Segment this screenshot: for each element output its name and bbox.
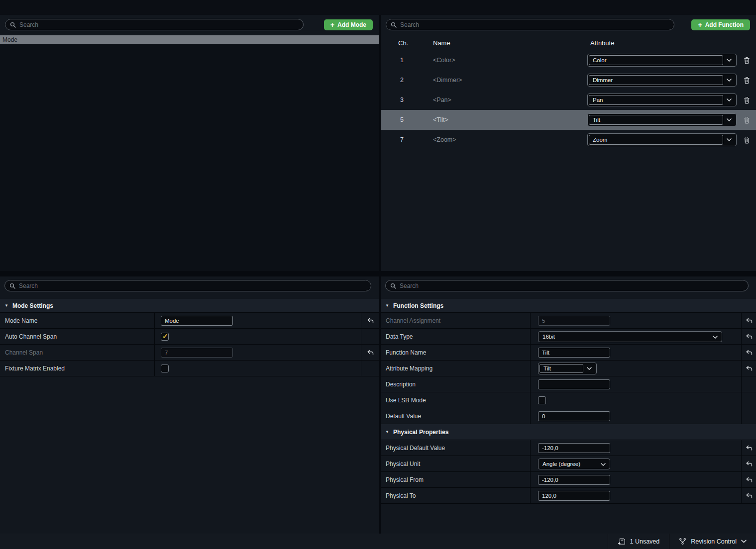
chevron-down-icon [723,79,735,82]
chevron-down-icon [723,59,735,62]
attribute-dropdown[interactable]: Dimmer [587,74,737,87]
chevron-down-icon [723,118,735,121]
functions-toolbar: + Add Function [386,19,750,30]
function-name: <Zoom> [433,136,587,143]
physical-default-value-input[interactable] [538,443,610,453]
default-value-input[interactable] [538,411,610,421]
attribute-value: Tilt [589,115,723,125]
delete-function-button[interactable] [738,116,756,124]
column-header-channel: Ch. [398,39,433,47]
attribute-mapping-value: Tilt [540,364,583,373]
prop-label: Function Name [381,345,530,360]
attribute-mapping-dropdown[interactable]: Tilt [538,363,597,374]
delete-function-button[interactable] [738,96,756,104]
reset-to-default-button[interactable] [741,345,756,360]
channel-span-row: Channel Span [0,345,379,361]
window-top-strip [0,0,756,15]
plus-icon: + [330,21,334,28]
function-name-input[interactable] [538,348,610,358]
function-row[interactable]: 7 <Zoom> Zoom [381,130,756,150]
add-mode-label: Add Mode [337,21,366,28]
reset-to-default-button[interactable] [741,488,756,503]
data-type-row: Data Type 16bit [381,329,756,345]
function-settings-search-box[interactable] [385,280,749,291]
mode-settings-search-box[interactable] [4,280,371,291]
delete-function-button[interactable] [738,57,756,64]
fixture-matrix-checkbox[interactable] [161,365,169,372]
auto-channel-span-checkbox[interactable] [161,333,169,341]
physical-from-input[interactable] [538,475,610,485]
function-name-row: Function Name [381,345,756,361]
mode-name-input[interactable] [161,316,233,326]
save-icon [618,538,626,546]
reset-to-default-button[interactable] [741,472,756,487]
description-row: Description [381,376,756,392]
undo-icon [367,350,374,356]
channel-assignment-input [538,316,610,326]
delete-function-button[interactable] [738,77,756,84]
reset-to-default-button[interactable] [741,440,756,456]
function-settings-section-header[interactable]: ▼ Function Settings [381,299,756,313]
undo-icon [746,350,753,356]
attribute-dropdown[interactable]: Tilt [587,113,737,126]
mode-settings-panel: ▼ Mode Settings Mode Name Auto Channel S… [0,276,379,534]
channel-number: 1 [398,57,433,64]
mode-settings-search [4,280,371,291]
undo-icon [746,477,753,483]
mode-settings-search-input[interactable] [19,282,366,289]
physical-default-value-row: Physical Default Value [381,440,756,456]
functions-search-box[interactable] [386,19,674,30]
section-title: Physical Properties [393,429,448,436]
function-settings-panel: ▼ Function Settings Channel Assignment D… [381,276,756,534]
default-value-row: Default Value [381,408,756,424]
physical-unit-dropdown[interactable]: Angle (degree) [538,458,610,469]
trash-icon [744,116,750,124]
prop-label: Physical From [381,472,530,487]
physical-unit-row: Physical Unit Angle (degree) [381,456,756,472]
use-lsb-mode-checkbox[interactable] [538,396,546,404]
prop-label: Physical To [381,488,530,503]
function-row[interactable]: 2 <Dimmer> Dimmer [381,70,756,90]
chevron-down-icon [723,98,735,101]
function-settings-search [385,280,749,291]
reset-to-default-button[interactable] [741,361,756,376]
function-row[interactable]: 5 <Tilt> Tilt [381,110,756,130]
description-input[interactable] [538,379,610,389]
physical-to-input[interactable] [538,491,610,501]
reset-to-default-button[interactable] [361,313,379,328]
reset-to-default-button[interactable] [361,345,379,360]
reset-to-default-button[interactable] [741,329,756,344]
functions-search-input[interactable] [400,21,669,28]
undo-icon [746,318,753,324]
reset-to-default-button[interactable] [741,313,756,328]
unsaved-button[interactable]: 1 Unsaved [608,534,669,549]
physical-properties-section-header[interactable]: ▼ Physical Properties [381,424,756,440]
attribute-dropdown[interactable]: Zoom [587,133,737,146]
function-row[interactable]: 3 <Pan> Pan [381,90,756,110]
physical-from-row: Physical From [381,472,756,488]
data-type-dropdown[interactable]: 16bit [538,331,722,342]
modes-search-box[interactable] [5,19,304,30]
attribute-dropdown[interactable]: Color [587,54,737,67]
trash-icon [744,96,750,104]
prop-label: Physical Unit [381,456,530,471]
prop-label: Fixture Matrix Enabled [0,361,154,376]
trash-icon [744,136,750,144]
add-mode-button[interactable]: + Add Mode [324,19,373,30]
attribute-dropdown[interactable]: Pan [587,93,737,106]
reset-to-default-button[interactable] [741,456,756,471]
add-function-button[interactable]: + Add Function [691,19,750,30]
attribute-value: Zoom [589,135,723,145]
modes-search-input[interactable] [19,21,299,28]
undo-icon [746,334,753,340]
delete-function-button[interactable] [738,136,756,144]
function-row[interactable]: 1 <Color> Color [381,50,756,70]
revision-control-button[interactable]: Revision Control [669,534,756,549]
mode-list-item[interactable]: Mode [0,35,379,44]
column-header-attribute: Attribute [587,39,738,47]
undo-icon [746,461,753,467]
function-settings-search-input[interactable] [400,282,744,289]
functions-table: Ch. Name Attribute 1 <Color> Color 2 <Di… [381,35,756,271]
mode-settings-section-header[interactable]: ▼ Mode Settings [0,299,379,313]
attribute-mapping-row: Attribute Mapping Tilt [381,361,756,376]
